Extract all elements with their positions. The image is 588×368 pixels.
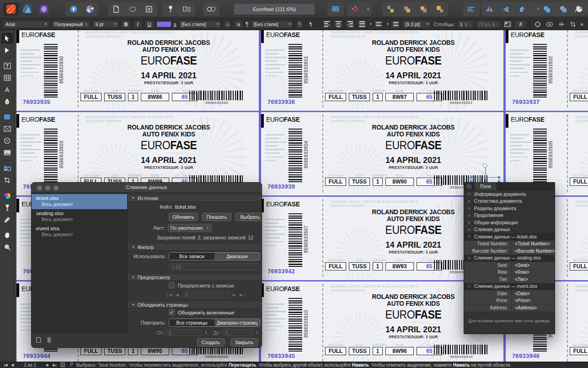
zoom-tool[interactable] bbox=[1, 242, 13, 252]
show-button[interactable]: Показать bbox=[202, 213, 231, 221]
elm-box[interactable]: TUSS bbox=[104, 93, 125, 101]
selection-handle[interactable] bbox=[497, 176, 501, 179]
ticket-page[interactable]: EUROFASE 9596933901 76933936 BANGERS UNI… bbox=[261, 30, 503, 111]
selection-handle[interactable] bbox=[470, 176, 473, 179]
field-row[interactable]: Address:<Address> bbox=[464, 304, 555, 312]
move-to-back-icon[interactable] bbox=[383, 3, 398, 16]
stub-brand-logo[interactable]: EUROFASE bbox=[266, 285, 300, 292]
stub-barcode[interactable] bbox=[44, 129, 58, 183]
rectangle-tool[interactable] bbox=[1, 112, 13, 122]
section-box[interactable]: FULL bbox=[325, 178, 346, 186]
designer-persona-icon[interactable] bbox=[20, 3, 35, 16]
stub-brand-logo[interactable]: EUROFASE bbox=[266, 200, 300, 208]
font-family-select[interactable]: Arial▾ bbox=[3, 20, 49, 28]
from-input[interactable] bbox=[166, 329, 202, 336]
row-box[interactable]: 8W93 bbox=[385, 262, 414, 271]
snapping-options-caret[interactable]: ▾ bbox=[364, 3, 371, 16]
pen-tool[interactable] bbox=[1, 96, 13, 107]
ticket-number[interactable]: 76933935 bbox=[23, 98, 50, 105]
amount-box[interactable]: 1 bbox=[373, 93, 383, 101]
section-box[interactable]: FULL bbox=[80, 347, 102, 355]
gutter-input[interactable]: 72 px▲▼ bbox=[476, 20, 501, 28]
paragraph-panel-icon[interactable] bbox=[328, 3, 343, 16]
source-item[interactable]: event.xlsx Весь документ bbox=[32, 224, 127, 239]
new-document-icon[interactable] bbox=[108, 3, 124, 16]
prev-record-icon[interactable]: ◀ bbox=[176, 292, 180, 297]
amount-box[interactable]: 1 bbox=[128, 93, 138, 101]
fields-tab[interactable]: Поля bbox=[474, 183, 497, 190]
stub-barcode[interactable] bbox=[289, 298, 302, 352]
delete-source-icon[interactable] bbox=[47, 337, 52, 344]
brand-wordmark[interactable]: EUROFASE bbox=[331, 139, 496, 152]
align-justify-button[interactable] bbox=[357, 20, 367, 28]
field-group-row-expanded[interactable]: >Слияние данных — ticket.xlsx bbox=[464, 233, 555, 241]
section-merge-pages[interactable]: ▼Объединить страницы bbox=[128, 301, 262, 308]
export-persona-icon[interactable] bbox=[66, 3, 81, 16]
presenter-text[interactable]: BANGERS UNITED / DROP THE BASS IN ASSOC … bbox=[575, 200, 588, 208]
color-picker-tool[interactable] bbox=[1, 214, 13, 225]
underline-button[interactable]: U bbox=[144, 20, 154, 28]
align-center-button[interactable] bbox=[334, 20, 343, 28]
event-duration[interactable]: PRESTATIEDUUR: 3 UUR bbox=[79, 81, 259, 85]
event-date[interactable]: 14 APRIL 2021 bbox=[573, 240, 588, 250]
row-box[interactable]: 8W90 bbox=[385, 178, 414, 186]
justification-caret[interactable]: ▾ bbox=[387, 22, 389, 26]
artistic-text-tool[interactable]: A bbox=[1, 84, 13, 95]
section-filter[interactable]: ▼Фильтр bbox=[128, 243, 262, 251]
elm-box[interactable]: TUSS bbox=[104, 347, 125, 355]
elm-box[interactable]: TUSS bbox=[349, 178, 370, 186]
bold-button[interactable]: B bbox=[121, 20, 131, 28]
list-button[interactable] bbox=[391, 20, 401, 28]
leading-select[interactable]: [9.3 pt]▾ bbox=[402, 20, 431, 28]
brand-wordmark[interactable]: EUROFASE bbox=[331, 54, 496, 67]
toolbar-overflow-button[interactable]: » bbox=[580, 21, 585, 27]
no-char-style-icon[interactable]: a bbox=[224, 20, 231, 29]
last-record-icon[interactable]: ▶| bbox=[240, 292, 246, 297]
amount-box[interactable]: 1 bbox=[373, 347, 383, 355]
stub-brand-logo[interactable]: EUROFASE bbox=[266, 115, 300, 123]
field-group-row[interactable]: >Информация документа bbox=[464, 191, 555, 198]
ticket-number[interactable]: 76933936 bbox=[267, 98, 295, 105]
document-title[interactable]: Eurofase (111.6%) bbox=[234, 4, 315, 15]
preview-checkbox[interactable] bbox=[169, 282, 175, 288]
merge-included-checkbox[interactable]: ✓ bbox=[169, 309, 175, 315]
section-preview[interactable]: ▼Предпросмотр bbox=[128, 273, 262, 281]
create-button[interactable]: Создать bbox=[197, 338, 225, 346]
artist-title[interactable]: ROLAND DERRICK JACOBS AUTO FENIX KIDS bbox=[573, 293, 588, 307]
magnet-snapping-icon[interactable] bbox=[347, 3, 363, 16]
stub-barcode[interactable] bbox=[289, 44, 302, 98]
stub-brand-logo[interactable]: EUROFASE bbox=[21, 115, 55, 123]
range-segment[interactable]: Диапазон bbox=[214, 253, 260, 260]
page-range-segment[interactable]: Диапазон страниц bbox=[214, 319, 260, 326]
crop-tool[interactable] bbox=[1, 175, 13, 185]
section-box[interactable]: FULL bbox=[325, 347, 346, 355]
section-box[interactable]: FULL bbox=[325, 262, 346, 271]
stub-brand-logo[interactable]: EUROFASE bbox=[511, 115, 545, 123]
pages-panel-icon[interactable] bbox=[60, 362, 65, 368]
picture-frame-ellipse-tool[interactable] bbox=[1, 135, 13, 146]
event-duration[interactable]: PRESTATIEDUUR: 3 UUR bbox=[323, 165, 503, 170]
frame-text-tool[interactable] bbox=[1, 60, 13, 71]
boolean-add-icon[interactable] bbox=[539, 3, 555, 16]
event-duration[interactable]: PRESTATIEDUUR: 3 UUR bbox=[79, 165, 259, 170]
field-group-row[interactable]: >Общая информация bbox=[464, 219, 555, 227]
all-records-segment[interactable]: Все записи bbox=[169, 253, 214, 260]
row-box[interactable]: 8W96 bbox=[385, 347, 414, 355]
section-box[interactable]: FULL bbox=[80, 93, 102, 101]
flip-horizontal-icon[interactable] bbox=[482, 3, 497, 16]
stub-brand-logo[interactable]: EUROFASE bbox=[511, 31, 545, 38]
section-box[interactable]: FULL bbox=[325, 93, 346, 101]
character-style-reset-icon[interactable]: a bbox=[174, 22, 176, 27]
move-tool[interactable] bbox=[1, 33, 13, 43]
italic-button[interactable]: I bbox=[133, 20, 143, 28]
body-barcode[interactable] bbox=[434, 91, 489, 100]
event-duration[interactable]: PRESTATIEDUUR: 3 UUR bbox=[323, 335, 503, 339]
alignment-icon[interactable] bbox=[464, 3, 479, 16]
crop-frame-icon[interactable] bbox=[568, 20, 578, 28]
align-right-button[interactable] bbox=[346, 20, 355, 28]
brand-wordmark[interactable]: EUROFASE bbox=[575, 308, 588, 321]
document-setup-icon[interactable] bbox=[125, 3, 140, 16]
brand-wordmark[interactable]: EUROFASE bbox=[86, 54, 251, 67]
presenter-text[interactable]: BANGERS UNITED / DROP THE BASS IN ASSOC … bbox=[331, 285, 418, 292]
event-date[interactable]: 14 APRIL 2021 bbox=[84, 70, 253, 81]
